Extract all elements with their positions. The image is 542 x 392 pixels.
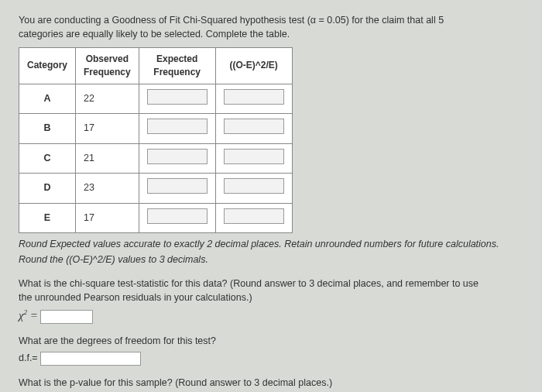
table-row: A 22 — [19, 84, 293, 114]
chi-square-table: Category Observed Frequency Expected Fre… — [19, 47, 293, 233]
header-observed: Observed Frequency — [76, 48, 139, 84]
table-row: D 23 — [19, 174, 293, 204]
prompt-text: You are conducting a Goodness of Fit Chi… — [19, 14, 523, 41]
note-residual: Round the ((O-E)^2/E) values to 3 decima… — [19, 253, 523, 267]
residual-input[interactable] — [224, 119, 284, 134]
chi-square-symbol: χ2 = — [19, 309, 38, 322]
residual-input[interactable] — [224, 149, 284, 164]
expected-input[interactable] — [147, 178, 208, 194]
cell-category: A — [19, 84, 76, 114]
q3-text: What is the p-value for this sample? (Ro… — [19, 377, 332, 388]
cell-observed: 17 — [76, 203, 139, 233]
cell-category: E — [19, 203, 76, 233]
header-residual: ((O-E)^2/E) — [215, 48, 292, 84]
header-category: Category — [19, 48, 76, 84]
question-chi-square: What is the chi-square test-statistic fo… — [19, 277, 523, 324]
expected-input[interactable] — [147, 89, 208, 105]
cell-category: C — [19, 143, 76, 174]
header-expected: Expected Frequency — [139, 48, 215, 84]
cell-category: B — [19, 114, 76, 144]
expected-input[interactable] — [147, 208, 208, 224]
q1-line1: What is the chi-square test-statistic fo… — [19, 278, 479, 289]
table-row: C 21 — [19, 143, 293, 174]
residual-input[interactable] — [224, 89, 284, 105]
expected-input[interactable] — [147, 119, 208, 134]
cell-observed: 17 — [76, 114, 139, 144]
residual-input[interactable] — [224, 208, 284, 224]
q1-line2: the unrounded Pearson residuals in your … — [19, 292, 252, 303]
prompt-line2: categories are equally likely to be sele… — [19, 29, 290, 40]
cell-observed: 22 — [76, 84, 139, 114]
expected-input[interactable] — [147, 149, 208, 164]
q2-text: What are the degrees of freedom for this… — [19, 335, 216, 346]
residual-input[interactable] — [224, 178, 284, 194]
df-input[interactable] — [40, 352, 141, 366]
question-pvalue: What is the p-value for this sample? (Ro… — [19, 377, 523, 392]
table-row: E 17 — [19, 203, 293, 233]
cell-category: D — [19, 174, 76, 204]
table-row: B 17 — [19, 114, 293, 144]
note-expected: Round Expected values accurate to exactl… — [19, 238, 523, 252]
chi-square-input[interactable] — [40, 310, 93, 324]
question-df: What are the degrees of freedom for this… — [19, 335, 523, 366]
cell-observed: 21 — [76, 143, 139, 174]
cell-observed: 23 — [76, 174, 139, 204]
df-label: d.f.= — [19, 352, 38, 363]
prompt-line1: You are conducting a Goodness of Fit Chi… — [19, 15, 444, 26]
